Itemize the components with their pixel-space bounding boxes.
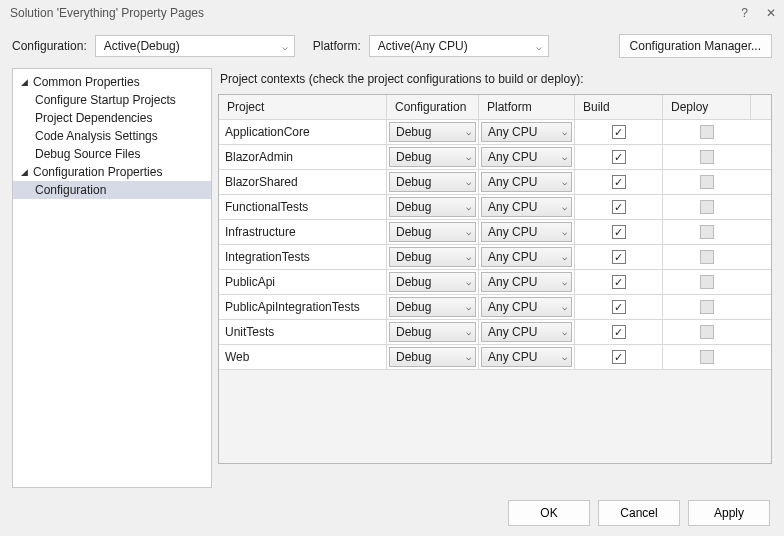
configuration-dropdown[interactable]: Debug⌵ [389,347,476,367]
configuration-cell: Debug⌵ [387,195,479,219]
close-icon[interactable]: ✕ [766,6,776,20]
deploy-checkbox[interactable] [700,175,714,189]
project-name-cell: PublicApi [219,270,387,294]
project-name-cell: FunctionalTests [219,195,387,219]
build-checkbox[interactable]: ✓ [612,150,626,164]
main-panel: Project contexts (check the project conf… [218,68,772,488]
chevron-down-icon: ◢ [21,77,31,87]
tree-node-debug-source[interactable]: Debug Source Files [13,145,211,163]
build-cell: ✓ [575,320,663,344]
tree-node-project-dependencies[interactable]: Project Dependencies [13,109,211,127]
configuration-label: Configuration: [12,39,87,53]
table-row: PublicApiIntegrationTestsDebug⌵Any CPU⌵✓ [219,295,771,320]
cancel-button[interactable]: Cancel [598,500,680,526]
chevron-down-icon: ⌵ [562,277,567,287]
apply-button[interactable]: Apply [688,500,770,526]
tree-node-configuration-properties[interactable]: ◢ Configuration Properties [13,163,211,181]
tree-node-common-properties[interactable]: ◢ Common Properties [13,73,211,91]
platform-combo[interactable]: Active(Any CPU) ⌵ [369,35,549,57]
ok-button[interactable]: OK [508,500,590,526]
build-checkbox[interactable]: ✓ [612,250,626,264]
build-checkbox[interactable]: ✓ [612,200,626,214]
deploy-cell [663,345,751,369]
build-checkbox[interactable]: ✓ [612,300,626,314]
platform-value: Active(Any CPU) [378,39,468,53]
header-deploy[interactable]: Deploy [663,95,751,119]
build-checkbox[interactable]: ✓ [612,225,626,239]
configuration-dropdown[interactable]: Debug⌵ [389,172,476,192]
project-name-cell: Web [219,345,387,369]
tree-node-code-analysis[interactable]: Code Analysis Settings [13,127,211,145]
platform-dropdown[interactable]: Any CPU⌵ [481,247,572,267]
configuration-dropdown[interactable]: Debug⌵ [389,322,476,342]
build-cell: ✓ [575,220,663,244]
deploy-checkbox[interactable] [700,350,714,364]
project-name-cell: BlazorAdmin [219,145,387,169]
build-checkbox[interactable]: ✓ [612,125,626,139]
configuration-dropdown[interactable]: Debug⌵ [389,247,476,267]
chevron-down-icon: ⌵ [562,302,567,312]
platform-dropdown[interactable]: Any CPU⌵ [481,147,572,167]
nav-tree[interactable]: ◢ Common Properties Configure Startup Pr… [12,68,212,488]
deploy-cell [663,245,751,269]
platform-dropdown[interactable]: Any CPU⌵ [481,297,572,317]
titlebar: Solution 'Everything' Property Pages ? ✕ [0,0,784,26]
platform-dropdown[interactable]: Any CPU⌵ [481,122,572,142]
configuration-cell: Debug⌵ [387,320,479,344]
deploy-checkbox[interactable] [700,200,714,214]
table-row: WebDebug⌵Any CPU⌵✓ [219,345,771,370]
chevron-down-icon: ⌵ [562,152,567,162]
configuration-dropdown[interactable]: Debug⌵ [389,197,476,217]
platform-dropdown[interactable]: Any CPU⌵ [481,322,572,342]
build-checkbox[interactable]: ✓ [612,325,626,339]
configuration-cell: Debug⌵ [387,145,479,169]
project-name-cell: BlazorShared [219,170,387,194]
tree-node-configuration[interactable]: Configuration [13,181,211,199]
build-cell: ✓ [575,345,663,369]
configuration-manager-button[interactable]: Configuration Manager... [619,34,772,58]
chevron-down-icon: ⌵ [466,352,471,362]
header-project[interactable]: Project [219,95,387,119]
build-checkbox[interactable]: ✓ [612,350,626,364]
configuration-dropdown[interactable]: Debug⌵ [389,222,476,242]
header-configuration[interactable]: Configuration [387,95,479,119]
chevron-down-icon: ⌵ [466,152,471,162]
platform-dropdown[interactable]: Any CPU⌵ [481,272,572,292]
header-build[interactable]: Build [575,95,663,119]
platform-dropdown[interactable]: Any CPU⌵ [481,222,572,242]
window-title: Solution 'Everything' Property Pages [10,6,204,20]
platform-cell: Any CPU⌵ [479,320,575,344]
deploy-checkbox[interactable] [700,325,714,339]
header-platform[interactable]: Platform [479,95,575,119]
deploy-cell [663,295,751,319]
deploy-checkbox[interactable] [700,150,714,164]
platform-cell: Any CPU⌵ [479,345,575,369]
configuration-combo[interactable]: Active(Debug) ⌵ [95,35,295,57]
deploy-checkbox[interactable] [700,225,714,239]
build-cell: ✓ [575,295,663,319]
platform-cell: Any CPU⌵ [479,220,575,244]
configuration-dropdown[interactable]: Debug⌵ [389,272,476,292]
platform-dropdown[interactable]: Any CPU⌵ [481,347,572,367]
project-contexts-caption: Project contexts (check the project conf… [218,68,772,94]
platform-dropdown[interactable]: Any CPU⌵ [481,197,572,217]
deploy-checkbox[interactable] [700,125,714,139]
configuration-cell: Debug⌵ [387,170,479,194]
platform-dropdown[interactable]: Any CPU⌵ [481,172,572,192]
project-contexts-grid: Project Configuration Platform Build Dep… [218,94,772,464]
configuration-dropdown[interactable]: Debug⌵ [389,147,476,167]
build-checkbox[interactable]: ✓ [612,275,626,289]
deploy-cell [663,270,751,294]
configuration-dropdown[interactable]: Debug⌵ [389,297,476,317]
help-icon[interactable]: ? [741,6,748,20]
deploy-checkbox[interactable] [700,300,714,314]
table-row: InfrastructureDebug⌵Any CPU⌵✓ [219,220,771,245]
deploy-checkbox[interactable] [700,275,714,289]
configuration-dropdown[interactable]: Debug⌵ [389,122,476,142]
table-row: UnitTestsDebug⌵Any CPU⌵✓ [219,320,771,345]
tree-node-configure-startup[interactable]: Configure Startup Projects [13,91,211,109]
build-cell: ✓ [575,120,663,144]
deploy-checkbox[interactable] [700,250,714,264]
platform-cell: Any CPU⌵ [479,195,575,219]
build-checkbox[interactable]: ✓ [612,175,626,189]
